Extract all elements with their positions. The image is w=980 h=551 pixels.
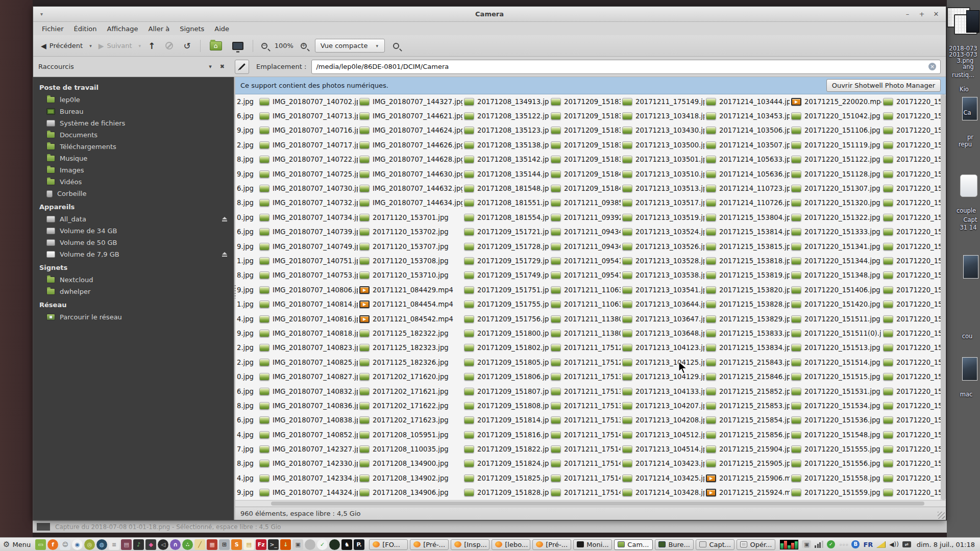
taskbar-window-pr[interactable]: [Pré-... [410, 539, 449, 550]
file-item[interactable]: 20171209_151755.jpg [462, 297, 549, 311]
file-item[interactable]: 20171209_151842.jpg [549, 181, 621, 195]
file-item[interactable]: 20171213_103648.jpg [621, 326, 704, 340]
system-monitor-graph-icon[interactable] [780, 540, 798, 549]
file-item[interactable]: 20171208_135138.jpg [462, 138, 549, 152]
file-item[interactable]: 20171202_171620.jpg [358, 369, 462, 384]
file-item[interactable]: 20171220_151514.jpg [790, 355, 881, 369]
menu-item-affichage[interactable]: Affichage [102, 23, 142, 34]
sidebar-item-volumede50gb[interactable]: Volume de 50 GB [33, 237, 234, 248]
music-icon[interactable]: ♪ [133, 539, 144, 550]
file-item[interactable]: IMG_20180707_140814.jpg [258, 297, 358, 311]
file-item[interactable]: 20171220_151847 [881, 413, 941, 428]
file-item[interactable]: 20171215_153820.jpg [704, 283, 790, 297]
file-item[interactable]: 20171211_175148.jpg [549, 486, 621, 500]
file-item[interactable]: 20171209_151806.jpg [462, 369, 549, 384]
file-item[interactable]: 20171220_151619 [881, 167, 941, 181]
taskbar-window-pr[interactable]: [Pré-... [532, 539, 571, 550]
file-item[interactable]: 20171220_151122.jpg [790, 153, 881, 167]
file-item[interactable]: 20171213_103418.jpg [621, 109, 704, 123]
file-item[interactable]: IMG_20180707_144626.jpg [358, 138, 462, 152]
desktop-icon-label[interactable]: pr [954, 134, 980, 141]
file-item[interactable]: 20171220_151803 [881, 326, 941, 340]
file-item[interactable]: 6.jpg [235, 225, 258, 239]
edit-location-toggle[interactable] [235, 60, 249, 74]
file-item[interactable]: 20171220_151903 [881, 486, 941, 500]
back-button[interactable]: ◀ Précédent [37, 39, 86, 53]
file-item[interactable]: IMG_20180707_140725.jpg [258, 167, 358, 181]
file-item[interactable]: 20171211_094341.jpg [549, 225, 621, 239]
file-item[interactable]: 20171213_103647.jpg [621, 312, 704, 326]
desktop-phone-thumbnail[interactable] [960, 174, 977, 197]
file-item[interactable]: IMG_20180707_140832.jpg [258, 384, 358, 398]
text-doc-icon[interactable]: ≡ [109, 539, 119, 550]
file-item[interactable]: 20171208_135122.jpg [462, 109, 549, 123]
file-item[interactable]: 20171209_151756.jpg [462, 312, 549, 326]
taskbar-window-cam[interactable]: Cam... [614, 539, 653, 550]
file-item[interactable]: 20171220_151548.jpg [790, 428, 881, 442]
file-item[interactable]: 20171213_103538.jpg [621, 268, 704, 283]
file-item[interactable]: 20171211_095410.jpg [549, 254, 621, 268]
file-item[interactable]: 20171215_153828.jpg [704, 297, 790, 311]
taskbar-window-insp[interactable]: [Insp... [451, 539, 489, 550]
file-item[interactable]: 20171220_151333.jpg [790, 225, 881, 239]
file-item[interactable]: 20171208_181548.jpg [462, 181, 549, 195]
file-item[interactable]: 20171208_135123.jpg [462, 123, 549, 138]
sidebar-close-icon[interactable]: ✖ [216, 63, 229, 70]
file-item[interactable]: 4.jpg [235, 312, 258, 326]
file-item[interactable]: 20171125_182326.jpg [358, 355, 462, 369]
file-item[interactable]: 20171220_151612 [881, 123, 941, 138]
file-item[interactable]: 20171213_103519.jpg [621, 210, 704, 224]
file-item[interactable]: 20171211_175129.jpg [549, 355, 621, 369]
forward-history-dropdown[interactable]: ▾ [138, 43, 142, 48]
file-item[interactable]: 20171220_151848 [881, 428, 941, 442]
file-item[interactable]: 9.jpg [235, 326, 258, 340]
file-item[interactable]: 20171209_151800.jpg [462, 326, 549, 340]
file-item[interactable]: 9.jpg [235, 167, 258, 181]
menu-item-aide[interactable]: Aide [210, 23, 234, 34]
file-item[interactable]: 20171214_103444.jpg [704, 94, 790, 109]
file-item[interactable]: 2.jpg [235, 94, 258, 109]
file-item[interactable]: 0.jpg [235, 369, 258, 384]
file-item[interactable]: 20171209_151808.jpg [462, 398, 549, 413]
refresh-button[interactable]: ↺ [179, 41, 194, 51]
file-item[interactable]: 20171215_153815.jpg [704, 239, 790, 254]
file-item[interactable]: IMG_20180707_144327.jpg [358, 94, 462, 109]
file-item[interactable]: 20171211_175126.jpg [549, 341, 621, 355]
file-item[interactable]: 20171209_151807.jpg [462, 384, 549, 398]
file-item[interactable]: 20171220_151348.jpg [790, 268, 881, 283]
file-item[interactable]: 20171213_103501.jpg [621, 153, 704, 167]
file-item[interactable]: 2.jpg [235, 138, 258, 152]
tray-screenshot-icon[interactable]: ▣ [802, 540, 811, 548]
stop-icon[interactable] [165, 42, 173, 49]
file-item[interactable]: 20171211_093929.jpg [549, 210, 621, 224]
file-item[interactable]: 20171209_151805.jpg [462, 355, 549, 369]
zoom-out-button[interactable]: − [261, 43, 267, 49]
volume-icon[interactable]: ◀)) [889, 541, 899, 548]
file-item[interactable]: 2.jpg [235, 355, 258, 369]
sphere-icon[interactable] [305, 539, 315, 550]
file-item[interactable]: 20171214_105636.jpg [704, 167, 790, 181]
file-item[interactable]: 20171211_175144.jpg [549, 457, 621, 471]
file-item[interactable]: 20171220_151558.jpg [790, 471, 881, 485]
taskbar-window-bure[interactable]: Bure... [655, 539, 694, 550]
file-item[interactable]: 20171220_151858 [881, 471, 941, 485]
desktop-icon-label[interactable]: repu [949, 141, 980, 148]
file-item[interactable]: 9.jpg [235, 283, 258, 297]
file-item[interactable]: IMG_20180707_140716.jpg [258, 123, 358, 138]
file-item[interactable]: 20171220_151341.jpg [790, 239, 881, 254]
file-item[interactable]: 20171213_103644.jpg [621, 297, 704, 311]
file-item[interactable]: IMG_20180707_140722.jpg [258, 153, 358, 167]
vertical-scrollbar[interactable] [941, 94, 946, 500]
file-item[interactable]: IMG_20180707_140806.jpg [258, 283, 358, 297]
file-item[interactable]: IMG_20180707_140816.jpg [258, 312, 358, 326]
sidebar-item-bureau[interactable]: Bureau [33, 106, 234, 117]
file-item[interactable]: 20171220_151857 [881, 457, 941, 471]
clock-check-icon[interactable]: ✓ [317, 539, 328, 550]
file-item[interactable]: 20171209_151822.jpg [462, 442, 549, 456]
file-item[interactable]: 20171211_113807.jpg [549, 312, 621, 326]
file-item[interactable]: 20171121_084542.mp4 [358, 312, 462, 326]
file-item[interactable]: 20171220_151845 [881, 398, 941, 413]
file-item[interactable]: 20171211_175142.jpg [549, 442, 621, 456]
desktop-photo-thumbnail[interactable] [963, 255, 978, 279]
file-item[interactable]: IMG_20180707_140818.jpg [258, 326, 358, 340]
